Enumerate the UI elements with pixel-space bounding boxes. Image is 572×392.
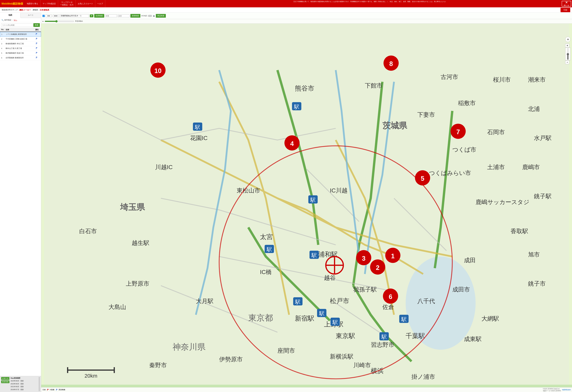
close-button[interactable]: ✕ 閉じる bbox=[562, 1, 571, 6]
print-button[interactable]: 印刷 bbox=[560, 8, 570, 12]
flag-icon bbox=[36, 47, 38, 49]
item-attr bbox=[34, 52, 40, 54]
svg-text:IC川越: IC川越 bbox=[330, 187, 348, 194]
svg-text:埼玉県: 埼玉県 bbox=[120, 203, 145, 212]
update-date: 2024年08月 bbox=[11, 379, 19, 382]
svg-text:潮来市: 潮来市 bbox=[528, 76, 546, 83]
radius-label: 半径40km bbox=[75, 20, 83, 22]
item-name: 株向山工場 久喜工場 bbox=[6, 47, 34, 50]
svg-text:大網駅: 大網駅 bbox=[481, 315, 499, 322]
list-item[interactable]: 4 株向山工場 久喜工場 bbox=[0, 46, 41, 51]
item-name: 千代田鋼鉄工業株 綾瀬工場 bbox=[6, 38, 34, 40]
geodetic-prefix: 測地系： bbox=[31, 9, 40, 11]
nav-map-settings[interactable]: マップ作成設定 bbox=[40, 0, 58, 7]
svg-marker-9 bbox=[36, 52, 38, 53]
address-dropdown-button[interactable]: ▼ bbox=[90, 15, 93, 17]
svg-text:越生駅: 越生駅 bbox=[132, 240, 149, 246]
conditions-value[interactable]: なし bbox=[14, 19, 17, 21]
flag-icon bbox=[36, 43, 38, 45]
map-toolbar: 🗾 - ▼ 住所検索 座標検索 DID地区 🖨️ 周辺検索 bbox=[41, 13, 572, 19]
nearby-search-button[interactable]: 周辺検索 bbox=[156, 14, 166, 18]
svg-text:八千代: 八千代 bbox=[417, 298, 435, 304]
svg-text:秦野市: 秦野市 bbox=[149, 362, 167, 368]
update-status: 更新 bbox=[20, 379, 24, 382]
legend-diff-flag bbox=[56, 389, 58, 391]
list-item[interactable]: 6 合同製鐵株 船橋製造所 bbox=[0, 56, 41, 60]
scroll-bar[interactable] bbox=[39, 377, 40, 391]
map-viewport[interactable]: 埼玉県 茨城県 東京都 神奈川県 熊谷市 花園IC 東松山市 越生駅 太宮 浦和… bbox=[41, 24, 572, 385]
did-label: DID地区 bbox=[141, 15, 147, 17]
copyright-text: ©2025 ZENRIN DataCom 地図データ ©2025 ZENRIN bbox=[543, 388, 561, 392]
subheader: 現在表示中のマップ： 鋼材メーカー 測地系： 日本測地系 印刷 bbox=[0, 7, 572, 13]
nav-help[interactable]: ヘルプ bbox=[95, 0, 105, 7]
zoom-slider[interactable] bbox=[566, 48, 569, 60]
list-header: No. 名称 属性 bbox=[0, 28, 41, 32]
svg-text:東京駅: 東京駅 bbox=[336, 332, 355, 339]
svg-text:座間市: 座間市 bbox=[277, 347, 295, 354]
search-button[interactable]: 検索 bbox=[33, 23, 40, 27]
header-notice: 【注】印刷機能を用いて、報告書等の地図画像を利用することは許諾の範囲内ですが、印… bbox=[291, 0, 561, 7]
list-item[interactable]: 1 ＪＦＥ条鋼(株) 東部製造所 bbox=[0, 32, 41, 37]
list-item[interactable]: 2 千代田鋼鉄工業株 綾瀬工場 bbox=[0, 37, 41, 41]
svg-marker-1 bbox=[36, 33, 37, 34]
update-date: 2021年08月 bbox=[11, 385, 19, 388]
svg-text:伊勢原市: 伊勢原市 bbox=[219, 356, 243, 362]
notice-label[interactable]: お知らせ bbox=[1, 377, 9, 380]
map-area[interactable]: 🗾 - ▼ 住所検索 座標検索 DID地区 🖨️ 周辺検索 ⇐ bbox=[41, 13, 572, 392]
map-svg: 埼玉県 茨城県 東京都 神奈川県 熊谷市 花園IC 東松山市 越生駅 太宮 浦和… bbox=[41, 24, 572, 385]
svg-text:2: 2 bbox=[376, 264, 380, 271]
svg-text:旭市: 旭市 bbox=[528, 251, 540, 258]
svg-text:土浦市: 土浦市 bbox=[487, 164, 505, 170]
logo-area: WebWeb建設物価 bbox=[0, 0, 25, 7]
col-name-header: 名称 bbox=[6, 29, 34, 31]
legend-diff-label: 異形棒鋼 bbox=[59, 389, 65, 391]
latitude-input[interactable] bbox=[105, 15, 117, 17]
update-status: 更新 bbox=[20, 385, 24, 388]
item-name: ＪＦＥ条鋼(株) 東部製造所 bbox=[6, 33, 34, 36]
svg-text:水戸駅: 水戸駅 bbox=[534, 135, 552, 141]
svg-rect-117 bbox=[47, 389, 48, 391]
svg-text:我孫子駅: 我孫子駅 bbox=[353, 286, 377, 293]
list-item[interactable]: 3 株城南製鋼所 本社工場 bbox=[0, 41, 41, 46]
svg-rect-2 bbox=[36, 38, 36, 40]
did-toggle-switch[interactable] bbox=[148, 15, 152, 17]
svg-text:茨城県: 茨城県 bbox=[382, 121, 407, 130]
tab-route[interactable]: ルート bbox=[21, 13, 41, 18]
svg-text:掛ノ浦市: 掛ノ浦市 bbox=[412, 374, 435, 380]
header-nav: 地図切り替え マップ作成設定 マップデータ一括取込・出力 お気に入りルート ヘル… bbox=[25, 0, 291, 7]
svg-text:川崎市: 川崎市 bbox=[353, 362, 371, 368]
item-attr bbox=[34, 33, 40, 36]
flag-icon bbox=[36, 57, 38, 59]
coord-search-button[interactable]: 座標検索 bbox=[130, 14, 140, 18]
svg-rect-8 bbox=[36, 52, 36, 54]
longitude-input[interactable] bbox=[118, 15, 129, 17]
header: WebWeb建設物価 地図切り替え マップ作成設定 マップデータ一括取込・出力 … bbox=[0, 0, 572, 7]
update-title: Map更新履歴 bbox=[11, 377, 37, 379]
svg-text:7: 7 bbox=[456, 128, 460, 136]
svg-text:神奈川県: 神奈川県 bbox=[173, 342, 206, 351]
search-input[interactable] bbox=[1, 23, 33, 27]
tab-map[interactable]: 地図 bbox=[0, 13, 21, 18]
address-search-button[interactable]: 住所検索 bbox=[94, 14, 104, 18]
svg-text:銚子駅: 銚子駅 bbox=[534, 193, 552, 199]
map-code-2[interactable] bbox=[53, 15, 59, 17]
address-input[interactable] bbox=[60, 14, 89, 17]
update-label[interactable]: 更新情報 bbox=[1, 380, 9, 383]
printer-icon: 🖨️ bbox=[153, 15, 155, 17]
zoom-out-button[interactable]: － bbox=[565, 60, 569, 64]
item-no: 3 bbox=[1, 43, 6, 45]
search-row: 検索 bbox=[0, 22, 41, 28]
svg-text:6: 6 bbox=[389, 293, 392, 300]
svg-text:鹿嶋サッカースタジ: 鹿嶋サッカースタジ bbox=[476, 199, 529, 205]
compass-button[interactable]: ✛ bbox=[565, 37, 571, 42]
radius-slider[interactable] bbox=[45, 20, 74, 22]
nav-map-switch[interactable]: 地図切り替え bbox=[25, 0, 40, 7]
nav-favorites[interactable]: お気に入りルート bbox=[76, 0, 95, 7]
map-terms-link[interactable]: 地図閲覧規約 bbox=[562, 389, 571, 391]
zoom-in-button[interactable]: ＋ bbox=[565, 44, 569, 47]
radius-toolbar: ⇐ 半径40km bbox=[41, 19, 572, 24]
nav-map-data[interactable]: マップデータ一括取込・出力 bbox=[58, 0, 76, 7]
map-code-1[interactable] bbox=[46, 15, 52, 17]
svg-text:太宮: 太宮 bbox=[260, 233, 273, 240]
list-item[interactable]: 5 株伊藤製鐵所 筑波工場 bbox=[0, 51, 41, 56]
